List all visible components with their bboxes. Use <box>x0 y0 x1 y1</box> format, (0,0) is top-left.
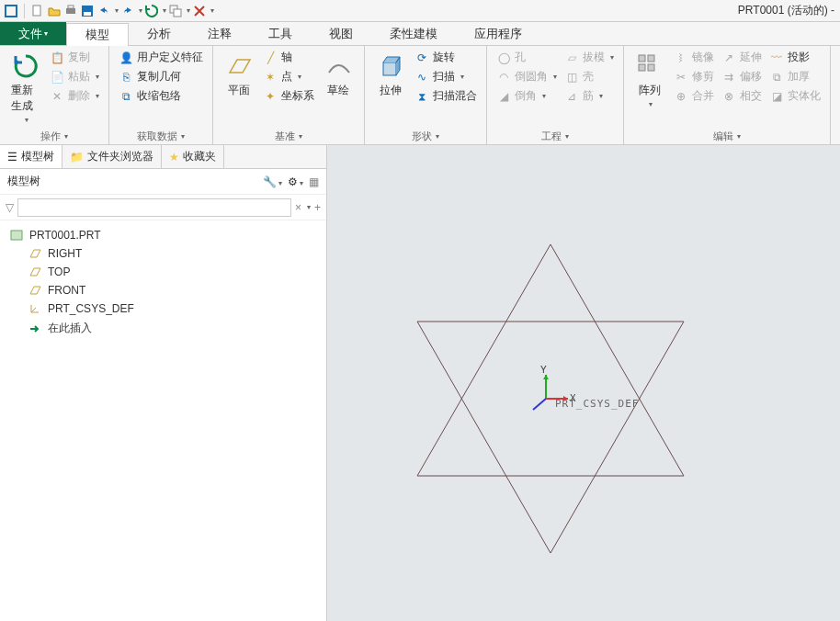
trim-button[interactable]: ✂修剪 <box>674 69 714 85</box>
group-label-getdata: 获取数据▾ <box>115 128 207 144</box>
plane-icon <box>28 285 42 296</box>
merge-button[interactable]: ⊕合并 <box>674 88 714 104</box>
ribbon-group-edit: 阵列 ▾ ⧘镜像 ✂修剪 ⊕合并 ↗延伸 ⇉偏移 ⊗相交 〰投影 ⧉加厚 ◪实体… <box>624 46 831 144</box>
filter-clear-icon[interactable]: × <box>295 201 301 214</box>
window-title: PRT0001 (活动的) - <box>738 3 836 18</box>
open-icon[interactable] <box>47 4 62 18</box>
save-icon[interactable] <box>80 4 95 18</box>
windows-icon[interactable] <box>168 4 183 18</box>
ribbon-group-surface: 边界 <box>831 46 840 144</box>
filter-add-icon[interactable]: + <box>314 201 321 214</box>
pattern-button[interactable]: 阵列 ▾ <box>630 48 670 112</box>
regen-icon[interactable] <box>144 4 159 18</box>
round-button[interactable]: ◠倒圆角▾ <box>496 69 557 85</box>
hole-button[interactable]: ◯孔 <box>496 50 557 65</box>
thicken-button[interactable]: ⧉加厚 <box>769 69 821 85</box>
delete-button[interactable]: ✕删除▾ <box>50 88 99 104</box>
tree-show-icon[interactable]: ▦ <box>309 175 319 188</box>
boundary-button[interactable]: 边界 <box>836 48 840 102</box>
print-icon[interactable] <box>63 4 78 18</box>
plane-icon <box>28 248 42 259</box>
sweep-button[interactable]: ∿扫描▾ <box>414 69 477 85</box>
main-area: ☰模型树 📁文件夹浏览器 ★收藏夹 模型树 🔧▾ ⚙▾ ▦ ▽ × ▾ + PR… <box>0 145 840 621</box>
menu-annotate[interactable]: 注释 <box>189 22 250 45</box>
redo-icon[interactable] <box>120 4 135 18</box>
svg-rect-12 <box>648 64 654 71</box>
offset-button[interactable]: ⇉偏移 <box>721 69 762 85</box>
mirror-button[interactable]: ⧘镜像 <box>674 50 714 65</box>
draft-button[interactable]: ▱拔模▾ <box>564 50 614 65</box>
menu-analysis[interactable]: 分析 <box>129 22 189 45</box>
svg-rect-9 <box>639 55 645 62</box>
csys-button[interactable]: ✦坐标系 <box>263 88 314 104</box>
tab-folder[interactable]: 📁文件夹浏览器 <box>62 145 162 168</box>
regen-dropdown[interactable]: ▾ <box>163 6 166 15</box>
windows-dropdown[interactable]: ▾ <box>187 6 190 15</box>
copy-button[interactable]: 📋复制 <box>50 50 99 65</box>
tree-front[interactable]: FRONT <box>6 281 321 299</box>
close-icon[interactable] <box>192 4 207 18</box>
new-icon[interactable] <box>30 4 45 18</box>
tree-tools-icon[interactable]: 🔧▾ <box>263 175 282 188</box>
intersect-button[interactable]: ⊗相交 <box>721 88 762 104</box>
paste-button[interactable]: 📄粘贴▾ <box>50 69 99 85</box>
svg-rect-8 <box>383 62 396 75</box>
copygeom-button[interactable]: ⎘复制几何 <box>119 69 203 85</box>
tree-csys[interactable]: PRT_CSYS_DEF <box>6 299 321 318</box>
ribbon-group-datum: 平面 ╱轴 ✶点▾ ✦坐标系 草绘 基准▾ <box>213 46 365 144</box>
menu-file[interactable]: 文件 ▾ <box>0 22 66 45</box>
graphics-canvas[interactable]: X Y PRT_CSYS_DEF <box>327 145 840 621</box>
qat-customize-dropdown[interactable]: ▾ <box>210 6 214 15</box>
regenerate-button[interactable]: 重新生成 ▾ <box>6 48 46 128</box>
model-tree: PRT0001.PRT RIGHT TOP FRONT PRT_CSYS_DEF… <box>0 220 326 344</box>
tree-top[interactable]: TOP <box>6 263 321 281</box>
svg-rect-3 <box>68 6 74 8</box>
sweepblend-button[interactable]: ⧗扫描混合 <box>414 88 477 104</box>
tab-modeltree[interactable]: ☰模型树 <box>0 145 62 168</box>
svg-rect-0 <box>6 6 17 17</box>
csys-label: PRT_CSYS_DEF <box>555 398 639 410</box>
tab-favorites[interactable]: ★收藏夹 <box>162 145 224 168</box>
svg-rect-11 <box>639 64 645 71</box>
extend-button[interactable]: ↗延伸 <box>721 50 762 65</box>
project-button[interactable]: 〰投影 <box>769 50 821 65</box>
svg-rect-1 <box>33 6 40 16</box>
menu-model[interactable]: 模型 <box>66 23 129 46</box>
filter-icon[interactable]: ▽ <box>6 201 14 214</box>
undo-dropdown[interactable]: ▾ <box>115 6 119 15</box>
svg-rect-5 <box>84 12 91 16</box>
group-label-shape: 形状▾ <box>370 128 481 144</box>
axis-button[interactable]: ╱轴 <box>263 50 314 65</box>
menu-view[interactable]: 视图 <box>311 22 371 45</box>
tree-right[interactable]: RIGHT <box>6 244 321 263</box>
filter-input[interactable] <box>17 198 291 217</box>
rib-button[interactable]: ⊿筋▾ <box>564 88 614 104</box>
csys-icon <box>28 303 42 314</box>
tree-insert[interactable]: 在此插入 <box>6 318 321 339</box>
solidify-button[interactable]: ◪实体化 <box>769 88 821 104</box>
point-button[interactable]: ✶点▾ <box>263 69 314 85</box>
shell-button[interactable]: ◫壳 <box>564 69 614 85</box>
menu-tools[interactable]: 工具 <box>250 22 311 45</box>
menu-flex[interactable]: 柔性建模 <box>371 22 456 45</box>
tree-settings-icon[interactable]: ⚙▾ <box>288 175 303 188</box>
plane-button[interactable]: 平面 <box>219 48 259 102</box>
chamfer-button[interactable]: ◢倒角▾ <box>496 88 557 104</box>
extrude-button[interactable]: 拉伸 <box>370 48 411 102</box>
filter-dropdown[interactable]: ▾ <box>307 203 311 211</box>
sketch-button[interactable]: 草绘 <box>318 48 358 102</box>
shrinkwrap-button[interactable]: ⧉收缩包络 <box>119 88 203 104</box>
undo-icon[interactable] <box>96 4 111 18</box>
svg-text:Y: Y <box>540 365 547 375</box>
app-icon <box>4 4 18 18</box>
menu-apps[interactable]: 应用程序 <box>456 22 540 45</box>
revolve-button[interactable]: ⟳旋转 <box>414 50 477 65</box>
ribbon-group-getdata: 👤用户定义特征 ⎘复制几何 ⧉收缩包络 获取数据▾ <box>109 46 213 144</box>
tree-root[interactable]: PRT0001.PRT <box>6 226 321 244</box>
sidebar-filter: ▽ × ▾ + <box>0 195 326 220</box>
svg-rect-10 <box>648 55 654 62</box>
plane-icon <box>28 266 42 277</box>
redo-dropdown[interactable]: ▾ <box>139 6 142 15</box>
ribbon-group-shape: 拉伸 ⟳旋转 ∿扫描▾ ⧗扫描混合 形状▾ <box>365 46 487 144</box>
userfeature-button[interactable]: 👤用户定义特征 <box>119 50 203 65</box>
